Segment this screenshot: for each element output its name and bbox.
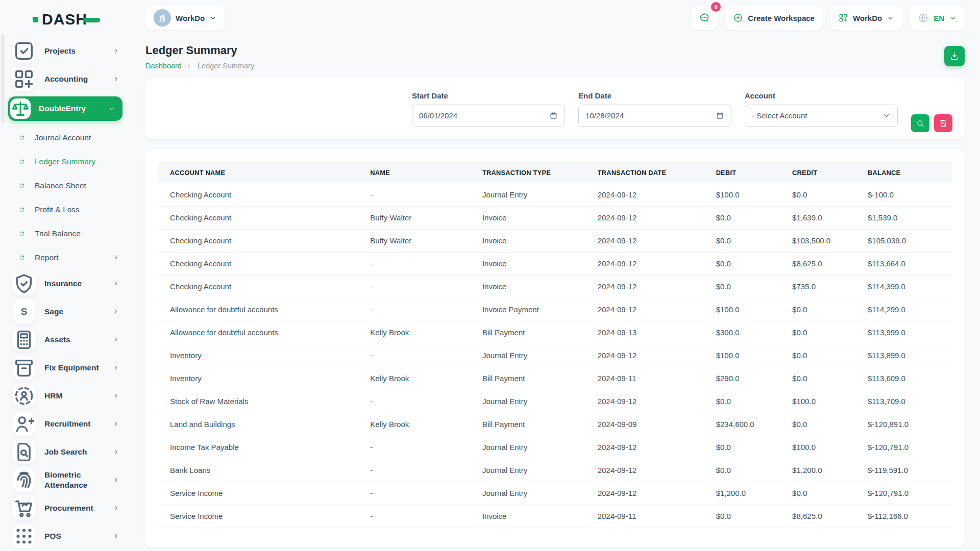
sidebar-item-job-search[interactable]: Job Search (0, 438, 135, 466)
sidebar-item-report[interactable]: Report (0, 245, 135, 269)
sidebar-item-label: Journal Account (35, 133, 120, 142)
sidebar: DASH ProjectsAccountingDoubleEntryJourna… (0, 0, 135, 551)
table-cell: Journal Entry (470, 436, 585, 459)
table-cell: $-120,791.0 (855, 482, 952, 505)
download-icon (949, 51, 960, 61)
sidebar-scrollbar[interactable] (1, 34, 5, 123)
sidebar-item-procurement[interactable]: Procurement (0, 494, 135, 522)
sidebar-item-hrm[interactable]: HRM (0, 382, 135, 410)
table-cell: $0.0 (704, 459, 780, 482)
chevron-right-icon (112, 532, 120, 540)
table-cell: Invoice (470, 206, 585, 229)
dot-ring-icon (19, 159, 25, 165)
table-cell: $0.0 (780, 482, 855, 505)
sidebar-item-assets[interactable]: Assets (0, 325, 135, 354)
chevron-down-icon (887, 14, 894, 22)
table-row: Land and BuildingsKelly BrookBill Paymen… (158, 413, 952, 436)
start-date-input[interactable]: 06/01/2024 (412, 105, 565, 127)
table-cell: Checking Account (158, 206, 358, 229)
chevron-down-icon (882, 111, 891, 120)
chevron-right-icon (112, 75, 120, 83)
table-cell: $105,039.0 (855, 229, 952, 252)
ledger-table-card: ACCOUNT NAMENAMETRANSACTION TYPETRANSACT… (145, 149, 965, 547)
table-cell: - (358, 275, 470, 298)
table-cell: $1,539.0 (855, 206, 952, 229)
table-cell: 2024-09-12 (585, 436, 704, 459)
start-date-label: Start Date (412, 91, 565, 100)
sidebar-item-profit-loss[interactable]: Profit & Loss (0, 197, 135, 221)
table-cell: - (358, 459, 470, 482)
app-root: DASH ProjectsAccountingDoubleEntryJourna… (0, 0, 980, 551)
logo[interactable]: DASH (0, 3, 135, 36)
table-cell: Bank Loans (158, 459, 358, 482)
table-cell: $103,500.0 (780, 229, 855, 252)
table-row: Checking AccountBuffy WalterInvoice2024-… (158, 206, 952, 229)
company-selector[interactable]: WorkDo (830, 6, 902, 30)
sidebar-item-sage[interactable]: SSage (0, 297, 135, 325)
logo-text: DASH (42, 11, 87, 28)
breadcrumb-dashboard-link[interactable]: Dashboard (145, 62, 182, 70)
workspace-selector-label: WorkDo (176, 14, 205, 22)
table-row: Checking AccountBuffy WalterInvoice2024-… (158, 229, 952, 252)
calculator-icon (12, 328, 36, 352)
erase-icon (939, 119, 948, 128)
account-select[interactable]: - Select Account (745, 105, 898, 127)
sidebar-item-accounting[interactable]: Accounting (0, 65, 135, 93)
download-button[interactable] (944, 46, 965, 66)
messages-button[interactable]: 0 (691, 6, 718, 30)
table-cell: 2024-09-12 (585, 183, 704, 206)
account-label: Account (745, 91, 898, 100)
table-cell: $1,200.0 (704, 482, 780, 505)
sidebar-item-label: Report (35, 253, 112, 262)
table-row: Allowance for doubtful accountsKelly Bro… (158, 321, 952, 344)
chevron-right-icon (112, 280, 120, 287)
table-cell: Invoice (470, 505, 585, 528)
chevron-right-icon (186, 63, 193, 69)
table-cell: 2024-09-12 (585, 344, 704, 367)
workspace-selector[interactable]: WorkDo (145, 6, 225, 30)
table-row: Checking Account-Invoice2024-09-12$0.0$7… (158, 275, 952, 298)
sidebar-item-pos[interactable]: POS (0, 522, 135, 550)
topbar-actions: 0 Create Workspace WorkDo EN (691, 6, 965, 30)
sidebar-item-trial-balance[interactable]: Trial Balance (0, 221, 135, 245)
ledger-table: ACCOUNT NAMENAMETRANSACTION TYPETRANSACT… (158, 162, 952, 528)
sidebar-item-fix-equipment[interactable]: Fix Equipment (0, 354, 135, 382)
dot-ring-icon (19, 183, 25, 189)
search-button[interactable] (911, 114, 929, 132)
sidebar-item-balance-sheet[interactable]: Balance Sheet (0, 173, 135, 197)
grid-plus-icon (838, 13, 848, 23)
sidebar-item-journal-account[interactable]: Journal Account (0, 126, 135, 149)
table-cell: 2024-09-12 (585, 482, 704, 505)
table-cell: Allowance for doubtful accounts (158, 321, 358, 344)
column-header-credit: CREDIT (780, 162, 855, 183)
dot-ring-icon (19, 207, 25, 213)
sidebar-item-biometric-attendance[interactable]: Biometric Attendance (0, 466, 135, 494)
table-cell: 2024-09-11 (585, 367, 704, 390)
grid-dots-icon (12, 524, 36, 548)
check-square-icon (12, 39, 36, 63)
table-cell: $0.0 (780, 413, 855, 436)
table-cell: Service Income (158, 482, 358, 505)
language-selector[interactable]: EN (910, 6, 965, 30)
table-cell: Bill Payment (470, 413, 585, 436)
reset-button[interactable] (934, 114, 952, 132)
table-cell: 2024-09-11 (585, 505, 704, 528)
sidebar-item-projects[interactable]: Projects (0, 37, 135, 65)
sidebar-item-insurance[interactable]: Insurance (0, 269, 135, 297)
table-cell: Invoice Payment (470, 298, 585, 321)
table-cell: 2024-09-09 (585, 413, 704, 436)
end-date-input[interactable]: 10/28/2024 (578, 105, 731, 127)
table-cell: $-112,166.0 (855, 505, 952, 528)
end-date-value: 10/28/2024 (585, 111, 624, 120)
sidebar-item-recruitment[interactable]: Recruitment (0, 410, 135, 438)
table-row: Inventory-Journal Entry2024-09-12$100.0$… (158, 344, 952, 367)
shield-check-icon (12, 272, 36, 295)
sidebar-item-ledger-summary[interactable]: Ledger Summary (0, 149, 135, 173)
chevron-down-icon (108, 105, 115, 113)
fingerprint-icon (12, 468, 36, 492)
table-cell: $1,639.0 (780, 206, 855, 229)
create-workspace-button[interactable]: Create Workspace (725, 6, 823, 30)
breadcrumb: Dashboard Ledger Summary (145, 62, 254, 70)
sidebar-item-label: Trial Balance (35, 229, 120, 238)
sidebar-item-doubleentry[interactable]: DoubleEntry (8, 96, 122, 121)
